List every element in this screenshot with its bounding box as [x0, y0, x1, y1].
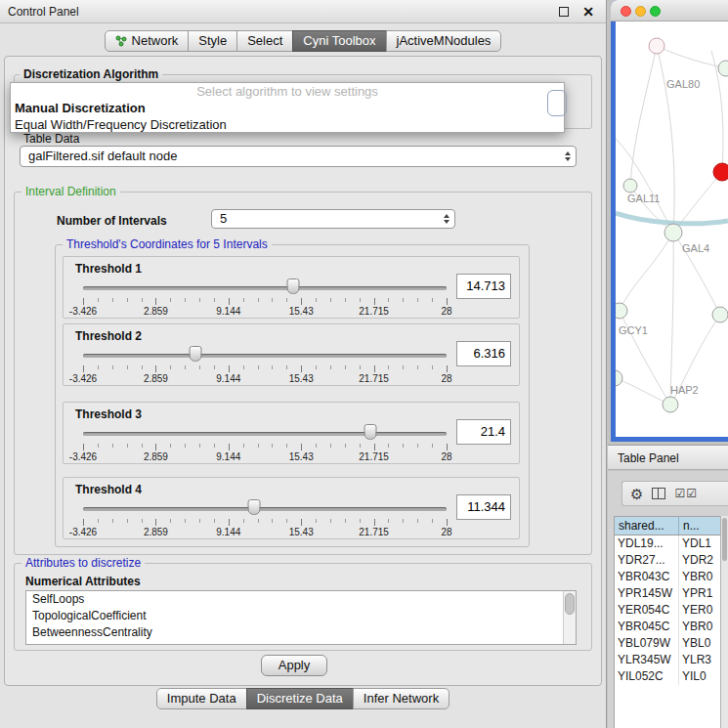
tab-discretize-data[interactable]: Discretize Data: [246, 688, 354, 709]
threshold-3-slider[interactable]: [83, 424, 447, 442]
cell[interactable]: YPR145W: [615, 585, 679, 602]
cell[interactable]: YLR3: [679, 652, 720, 668]
select-columns-checkboxes-icon[interactable]: ☑☑: [674, 487, 698, 500]
table-row[interactable]: YDL19...YDL1: [615, 535, 720, 552]
control-panel-titlebar: Control Panel ✕: [0, 0, 606, 23]
tick-label: 21.715: [359, 373, 389, 384]
tick-label: -3.426: [69, 373, 97, 384]
threshold-1-slider-thumb[interactable]: [286, 278, 299, 294]
node-label: GAL4: [682, 242, 709, 254]
close-icon[interactable]: ✕: [582, 4, 594, 20]
cell[interactable]: YBL079W: [615, 635, 679, 652]
threshold-4-slider-thumb[interactable]: [247, 499, 260, 515]
list-item[interactable]: SelfLoops: [26, 591, 576, 608]
table-row[interactable]: YDR27...YDR2: [615, 552, 720, 569]
scrollbar-thumb[interactable]: [722, 518, 727, 561]
cell[interactable]: YIL052C: [615, 668, 679, 685]
threshold-3-slider-thumb[interactable]: [364, 424, 376, 440]
tab-infer-network[interactable]: Infer Network: [353, 688, 450, 709]
node-label: GCY1: [619, 324, 648, 336]
algorithm-combo-button[interactable]: [547, 90, 567, 116]
interval-definition-title: Interval Definition: [21, 185, 120, 198]
threshold-2-value-field[interactable]: 6.316: [456, 341, 511, 366]
tick-label: 28: [441, 451, 451, 462]
tick-label: 28: [441, 373, 451, 384]
threshold-1-panel: Threshold 1 -3.4262.8599.14415.4321.7152…: [63, 256, 520, 319]
tick-label: 9.144: [216, 306, 240, 317]
table-row[interactable]: YPR145WYPR1: [615, 585, 720, 602]
network-canvas[interactable]: GAL80 GAL11 GAL4 GCY1 HAP2: [616, 21, 728, 437]
algorithm-option-manual[interactable]: Manual Discretization: [11, 100, 564, 116]
tab-select[interactable]: Select: [236, 30, 293, 52]
tab-cyni-toolbox[interactable]: Cyni Toolbox: [292, 30, 386, 52]
close-traffic-light-icon[interactable]: [621, 6, 631, 17]
cell[interactable]: YDR2: [679, 552, 720, 569]
table-row[interactable]: YBR043CYBR0: [615, 569, 720, 585]
float-window-icon[interactable]: [559, 7, 569, 17]
cell[interactable]: YDL1: [679, 535, 720, 552]
cell[interactable]: YBR0: [679, 569, 720, 585]
slider-tick-labels: -3.4262.8599.14415.4321.71528: [83, 306, 447, 317]
tab-network[interactable]: Network: [105, 30, 190, 52]
scrollbar-thumb[interactable]: [565, 593, 575, 615]
table-data-label: Table Data: [23, 132, 79, 146]
cell[interactable]: YIL0: [679, 668, 720, 685]
minimize-traffic-light-icon[interactable]: [635, 6, 646, 17]
algorithm-group-title: Discretization Algorithm: [20, 67, 162, 81]
table-row[interactable]: YIL052CYIL0: [615, 668, 720, 685]
threshold-2-slider[interactable]: [83, 346, 447, 364]
tab-jactivemnodules[interactable]: jActiveMNodules: [386, 30, 502, 52]
table-panel: ⚙ ☑☑ shared... n... YDL19...YDL1 YDR27..…: [608, 471, 728, 728]
apply-button[interactable]: Apply: [261, 655, 327, 676]
columns-icon[interactable]: [652, 488, 665, 499]
cell[interactable]: YER054C: [615, 602, 679, 619]
threshold-1-slider[interactable]: [83, 278, 447, 296]
network-window-titlebar: [611, 0, 728, 21]
threshold-3-value-field[interactable]: 21.4: [456, 419, 511, 445]
gear-icon[interactable]: ⚙: [630, 487, 643, 501]
table-row[interactable]: YBL079WYBL0: [615, 635, 720, 652]
cell[interactable]: YER0: [679, 602, 720, 619]
threshold-4-label: Threshold 4: [75, 483, 142, 496]
tab-style[interactable]: Style: [188, 30, 237, 52]
cell[interactable]: YBR045C: [615, 619, 679, 635]
table-toolbar: ⚙ ☑☑: [621, 481, 728, 506]
cell[interactable]: YDL19...: [615, 535, 679, 552]
tab-impute-data[interactable]: Impute Data: [156, 688, 247, 709]
column-header-shared-name[interactable]: shared...: [615, 517, 679, 535]
cell[interactable]: YDR27...: [615, 552, 679, 569]
cell[interactable]: YBR0: [679, 619, 720, 635]
cell[interactable]: YPR1: [679, 585, 720, 602]
combo-arrows-icon: [565, 151, 571, 161]
list-item[interactable]: BetweennessCentrality: [26, 624, 576, 641]
table-scrollbar[interactable]: [720, 516, 728, 728]
cell[interactable]: YBL0: [679, 635, 720, 652]
column-header-name[interactable]: n...: [679, 517, 720, 535]
num-intervals-combobox[interactable]: 5: [211, 209, 455, 229]
tab-network-label: Network: [132, 31, 179, 51]
tick-label: -3.426: [69, 451, 97, 462]
cell[interactable]: YLR345W: [615, 652, 679, 668]
table-panel-header: Table Panel: [608, 445, 728, 470]
algorithm-option-equal-width[interactable]: Equal Width/Frequency Discretization: [11, 116, 564, 133]
table-header-row: shared... n...: [615, 517, 720, 535]
list-item[interactable]: TopologicalCoefficient: [26, 608, 576, 624]
window-title: Control Panel: [8, 5, 79, 19]
table-row[interactable]: YER054CYER0: [615, 602, 720, 619]
list-scrollbar[interactable]: [563, 591, 576, 644]
table-row[interactable]: YBR045CYBR0: [615, 619, 720, 635]
network-icon: [115, 35, 127, 47]
slider-major-ticks: [83, 365, 447, 372]
selected-node[interactable]: [713, 163, 728, 181]
threshold-4-slider[interactable]: [83, 499, 447, 517]
threshold-2-slider-thumb[interactable]: [190, 346, 202, 362]
table-data-combobox[interactable]: galFiltered.sif default node: [20, 146, 577, 167]
table-row[interactable]: YLR345WYLR3: [615, 652, 720, 668]
combo-arrows-icon: [444, 214, 450, 224]
tick-label: 9.144: [216, 373, 240, 384]
threshold-4-value-field[interactable]: 11.344: [456, 494, 511, 520]
cell[interactable]: YBR043C: [615, 569, 679, 585]
threshold-3-panel: Threshold 3 -3.4262.8599.14415.4321.7152…: [63, 402, 520, 464]
zoom-traffic-light-icon[interactable]: [650, 6, 661, 17]
threshold-1-value-field[interactable]: 14.713: [456, 274, 511, 299]
